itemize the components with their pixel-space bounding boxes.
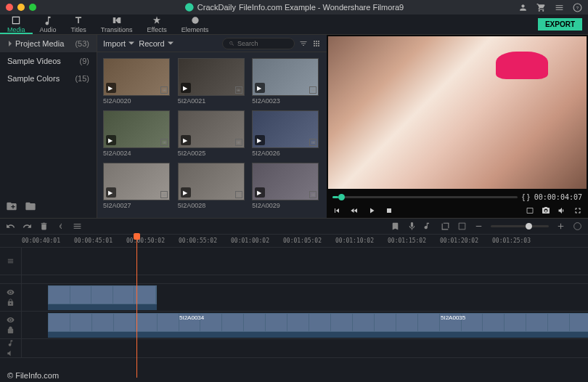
search-field[interactable] [237, 40, 288, 47]
delete-icon[interactable] [39, 222, 49, 231]
timeline-ruler[interactable]: 00:00:40:01 00:00:45:01 00:00:50:02 00:0… [0, 235, 588, 248]
tab-label: Transitions [101, 26, 133, 33]
app-logo-icon [184, 2, 195, 12]
effects-icon [152, 15, 162, 25]
undo-icon[interactable] [6, 222, 15, 231]
tab-transitions[interactable]: Transitions [94, 15, 140, 34]
tab-label: Effects [147, 26, 166, 33]
tab-effects[interactable]: Effects [139, 15, 173, 34]
music-icon[interactable] [7, 339, 15, 347]
media-clip[interactable]: ⊞5I2A0026 [252, 110, 321, 157]
tab-label: Elements [181, 26, 209, 33]
menu-icon[interactable] [555, 3, 564, 12]
media-clip[interactable]: ⊞5I2A0025 [178, 110, 247, 157]
zoom-fit-icon[interactable] [573, 222, 582, 231]
tab-media[interactable]: Media [0, 15, 33, 34]
track-content[interactable] [22, 248, 588, 275]
close-window-icon[interactable] [6, 4, 13, 11]
snapshot-icon[interactable] [526, 206, 534, 215]
split-icon[interactable] [56, 222, 65, 231]
zoom-slider[interactable] [491, 225, 549, 227]
sidebar-label: Sample Colors [7, 74, 60, 83]
elements-icon [190, 15, 200, 25]
play-icon[interactable] [367, 206, 376, 215]
zoom-in-icon[interactable] [556, 222, 565, 231]
brackets-icon[interactable]: { } [522, 192, 529, 201]
crop-icon[interactable] [441, 222, 450, 231]
svg-point-4 [545, 210, 547, 212]
mic-icon[interactable] [407, 222, 417, 231]
preview-slider[interactable] [332, 196, 518, 198]
window-title: CrackDaily FileInfo.com Example - Wonder… [184, 2, 404, 12]
zoom-out-icon[interactable] [474, 222, 483, 231]
tab-titles[interactable]: Titles [64, 15, 94, 34]
options-icon[interactable] [73, 222, 82, 231]
export-button[interactable]: EXPORT [538, 18, 582, 31]
sidebar: Project Media (53) Sample Videos (9) Sam… [0, 35, 97, 218]
redo-icon[interactable] [23, 222, 32, 231]
audio-waveform[interactable] [48, 304, 157, 310]
sidebar-item-project-media[interactable]: Project Media (53) [0, 35, 97, 52]
media-clip[interactable]: ⊞5I2A0020 [103, 58, 172, 105]
lock-icon[interactable] [7, 326, 15, 334]
prev-frame-icon[interactable] [350, 206, 359, 215]
preview-video[interactable] [328, 36, 587, 189]
minimize-window-icon[interactable] [17, 4, 25, 11]
media-clip[interactable]: ⊞5I2A0024 [103, 110, 172, 157]
overview-track [0, 248, 588, 275]
sidebar-count: (53) [75, 39, 89, 48]
track-content[interactable] [22, 339, 588, 357]
mixer-icon[interactable] [424, 222, 433, 231]
clip-name: 5I2A0027 [103, 202, 172, 209]
timeline-clip[interactable]: 5I2A0034 5I2A0035 [48, 313, 588, 332]
browser-toolbar: Import Record [97, 35, 327, 52]
track-content[interactable] [22, 284, 588, 311]
visibility-icon[interactable] [7, 316, 15, 324]
grid-view-icon[interactable] [312, 39, 321, 48]
stop-icon[interactable] [385, 206, 393, 215]
record-dropdown[interactable]: Record [139, 39, 173, 48]
tab-audio[interactable]: Audio [33, 15, 64, 34]
tab-label: Audio [40, 26, 57, 33]
step-back-icon[interactable] [332, 206, 341, 215]
sidebar-item-sample-videos[interactable]: Sample Videos (9) [0, 52, 97, 70]
lock-icon[interactable] [7, 298, 15, 306]
mute-icon[interactable] [7, 349, 15, 357]
ruler-tick: 00:01:20:02 [440, 237, 492, 244]
maximize-window-icon[interactable] [29, 4, 36, 11]
audio-waveform[interactable] [48, 332, 588, 338]
sidebar-count: (9) [80, 57, 89, 65]
volume-icon[interactable] [558, 206, 566, 215]
media-clip[interactable]: ⊞5I2A0023 [252, 58, 321, 105]
playhead[interactable] [136, 235, 137, 378]
media-clip[interactable]: ⊞5I2A0028 [178, 163, 247, 209]
camera-icon[interactable] [542, 206, 550, 215]
svg-point-0 [185, 3, 194, 12]
help-icon[interactable]: ? [573, 3, 582, 12]
filter-icon[interactable] [299, 39, 308, 48]
tab-elements[interactable]: Elements [174, 15, 216, 34]
cart-icon[interactable] [536, 3, 546, 12]
marker-icon[interactable] [391, 222, 400, 231]
video-track-1 [0, 284, 588, 312]
logo-text: CrackDaily [197, 3, 236, 12]
sidebar-label: Project Media [15, 39, 64, 48]
import-dropdown[interactable]: Import [103, 39, 134, 48]
timeline-clip[interactable] [48, 285, 157, 304]
sidebar-item-sample-colors[interactable]: Sample Colors (15) [0, 70, 97, 87]
user-icon[interactable] [518, 3, 528, 12]
timeline-tracks: 5I2A0034 5I2A0035 [0, 248, 588, 369]
fullscreen-icon[interactable] [573, 206, 582, 215]
delete-folder-icon[interactable] [25, 200, 36, 212]
ruler-tick: 00:01:25:03 [492, 237, 544, 244]
visibility-icon[interactable] [7, 288, 15, 296]
sidebar-label: Sample Videos [7, 57, 61, 65]
search-input[interactable] [222, 38, 295, 49]
media-clip[interactable]: ⊞5I2A0029 [252, 163, 321, 209]
media-clip[interactable]: ⊞5I2A0027 [103, 163, 172, 209]
track-content[interactable]: 5I2A0034 5I2A0035 [22, 312, 588, 338]
add-folder-icon[interactable] [6, 200, 17, 212]
render-icon[interactable] [457, 222, 467, 231]
media-clip[interactable]: ⊞5I2A0021 [178, 58, 247, 105]
clip-name: 5I2A0021 [178, 97, 247, 105]
